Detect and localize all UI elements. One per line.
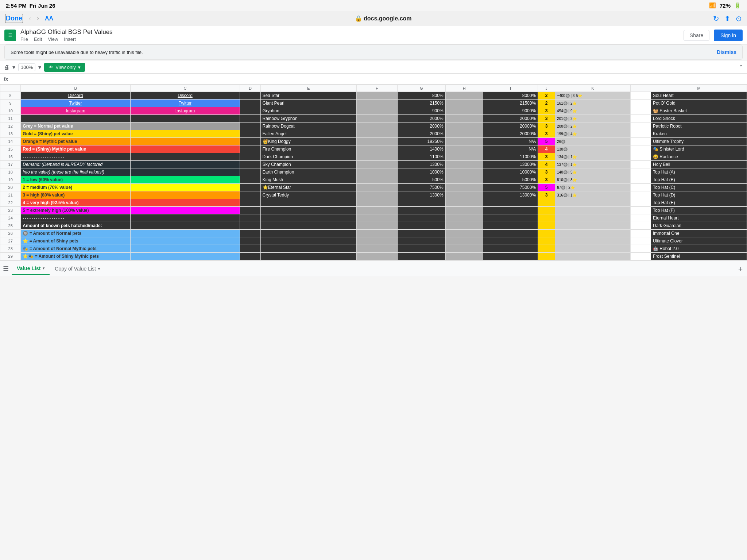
cell-29-b: ⭐🎭 = Amount of Shiny Mythic pets (21, 253, 130, 260)
battery-icon: 🔋 (734, 2, 741, 9)
share-button[interactable]: Share (684, 30, 709, 41)
cell-12-h (445, 122, 483, 130)
cell-12-l (630, 122, 651, 130)
col-header-d: D (240, 85, 260, 92)
cell-28-d (240, 245, 260, 253)
cell-21-b: 3 = high (80% value) (21, 191, 130, 199)
cell-25-l (630, 222, 651, 230)
table-row: 11- - - - - - - - - - - - - - - - - - -R… (0, 115, 747, 122)
col-header-rownum (0, 85, 21, 92)
table-row: 202 = medium (70% value)⭐Eternal Star750… (0, 184, 747, 191)
cell-11-m: Lord Shock (651, 115, 747, 122)
insert-menu[interactable]: Insert (64, 36, 76, 42)
table-row: 28🎭 = Amount of Normal Mythic pets🤖 Robo… (0, 245, 747, 253)
table-row: 9TwitterTwitterGiant Pearl2150%21500%216… (0, 100, 747, 107)
done-button[interactable]: Done (5, 14, 23, 23)
cell-27-e (260, 237, 356, 245)
cell-14-l (630, 138, 651, 145)
cell-18-h (445, 168, 483, 176)
tab-copy-dropdown[interactable]: ▾ (98, 267, 100, 271)
cell-24-i (483, 214, 538, 222)
cell-16-l (630, 153, 651, 161)
filter-icon[interactable]: ▾ (12, 64, 15, 71)
cell-17-c (130, 161, 240, 168)
tab-value-list-dropdown[interactable]: ▾ (43, 266, 44, 270)
row-number: 13 (0, 130, 21, 138)
cell-17-e: Sky Champion (260, 161, 356, 168)
row-number: 29 (0, 253, 21, 260)
row-number: 19 (0, 176, 21, 184)
compass-button[interactable]: ⊙ (736, 14, 742, 23)
sheets-menu-icon[interactable]: ☰ (3, 265, 9, 273)
cell-13-g: 2000% (398, 130, 445, 138)
url-bar[interactable]: 🔒 docs.google.com (57, 15, 709, 22)
forward-button[interactable]: › (35, 14, 41, 23)
cell-12-i: 20000% (483, 122, 538, 130)
cell-23-m: Top Hat (F) (651, 207, 747, 214)
file-menu[interactable]: File (20, 36, 28, 42)
table-row: 29⭐🎭 = Amount of Shiny Mythic petsFrost … (0, 253, 747, 260)
cell-16-b: - - - - - - - - - - - - - - - - - - - (21, 153, 130, 161)
col-header-b: B (21, 85, 130, 92)
sheets-header: ≡ AlphaGG Official BGS Pet Values File E… (0, 26, 747, 44)
view-only-button[interactable]: 👁 View only ▾ (44, 63, 85, 72)
tab-value-list[interactable]: Value List ▾ (12, 262, 50, 275)
cell-26-h (445, 230, 483, 237)
cell-9-j: 2 (538, 100, 555, 107)
cell-13-c (130, 130, 240, 138)
row-number: 25 (0, 222, 21, 230)
cell-9-m: Pot O' Gold (651, 100, 747, 107)
status-bar: 2:54 PM Fri Jun 26 📶 72% 🔋 (0, 0, 747, 11)
table-row: 213 = high (80% value)Crystal Teddy1300%… (0, 191, 747, 199)
cell-26-c (130, 230, 240, 237)
view-only-dropdown-icon: ▾ (78, 65, 81, 70)
cell-18-e: Earth Champion (260, 168, 356, 176)
row-number: 24 (0, 214, 21, 222)
cell-16-e: Dark Champion (260, 153, 356, 161)
table-row: 24- - - - - - - - - - - - - - - - - - -E… (0, 214, 747, 222)
cell-22-f (356, 199, 398, 207)
cell-24-b: - - - - - - - - - - - - - - - - - - - (21, 214, 130, 222)
cell-20-m: Top Hat (C) (651, 184, 747, 191)
add-sheet-button[interactable]: ＋ (737, 264, 744, 274)
cell-25-k (555, 222, 631, 230)
cell-10-j: 3 (538, 107, 555, 115)
signin-button[interactable]: Sign in (714, 30, 743, 41)
cell-10-k: 454🔘 | 9⭐ (555, 107, 631, 115)
cell-19-b: 1 = low (60% value) (21, 176, 130, 184)
zoom-control[interactable]: 100% (18, 63, 35, 71)
collapse-icon[interactable]: ⌃ (739, 64, 743, 71)
cell-18-i: 10000% (483, 168, 538, 176)
tab-copy-value-list[interactable]: Copy of Value List ▾ (50, 263, 105, 275)
cell-15-h (445, 145, 483, 153)
text-size-button[interactable]: AA (45, 15, 53, 22)
back-button[interactable]: ‹ (27, 14, 33, 23)
toast-dismiss-button[interactable]: Dismiss (717, 49, 736, 55)
cell-25-f (356, 222, 398, 230)
cell-18-l (630, 168, 651, 176)
reload-button[interactable]: ↻ (713, 14, 719, 23)
cell-17-k: 137🔘 | 1⭐ (555, 161, 631, 168)
cell-15-g: 1400% (398, 145, 445, 153)
cell-14-f (356, 138, 398, 145)
cell-24-j (538, 214, 555, 222)
cell-26-i (483, 230, 538, 237)
cell-23-e (260, 207, 356, 214)
cell-26-m: Immortal One (651, 230, 747, 237)
table-row: 25Amount of known pets hatched/made:Dark… (0, 222, 747, 230)
print-icon[interactable]: 🖨 (4, 64, 9, 71)
cell-8-c: Discord (130, 92, 240, 100)
zoom-dropdown-icon[interactable]: ▾ (38, 64, 41, 71)
cell-28-l (630, 245, 651, 253)
cell-26-b: 🔘 = Amount of Normal pets (21, 230, 130, 237)
battery-level: 72% (720, 3, 731, 9)
cell-29-l (630, 253, 651, 260)
table-row: 27⭐ = Amount of Shiny petsUltimate Clove… (0, 237, 747, 245)
view-menu[interactable]: View (48, 36, 58, 42)
spreadsheet-container[interactable]: B C D E F G H I J K M 8DiscordDiscordSea… (0, 85, 747, 260)
cell-11-l (630, 115, 651, 122)
cell-21-j: 3 (538, 191, 555, 199)
share-button[interactable]: ⬆ (724, 14, 731, 23)
edit-menu[interactable]: Edit (34, 36, 42, 42)
cell-13-f (356, 130, 398, 138)
